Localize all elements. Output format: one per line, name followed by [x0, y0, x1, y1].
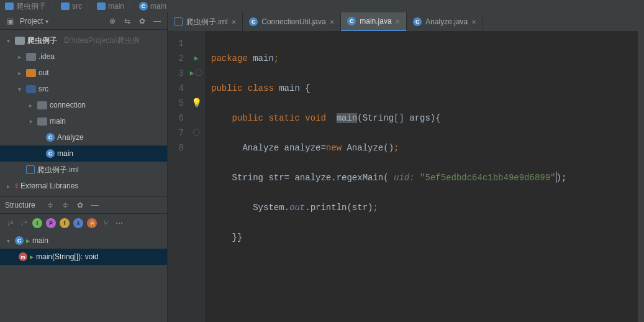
chevron-down-icon: ▾ [4, 237, 12, 244]
filter-field-icon[interactable]: f [60, 218, 70, 228]
project-panel-header: ▣ Project ⊕ ⇆ ✿ — [0, 12, 167, 30]
package-icon [37, 117, 47, 126]
tree-main-pkg[interactable]: ▾main [0, 113, 167, 129]
tree-main-class[interactable]: Cmain [0, 145, 167, 162]
chevron-down-icon: ▾ [4, 37, 12, 44]
minimize-icon[interactable]: — [152, 16, 162, 26]
breadcrumb-item[interactable]: src [61, 2, 82, 11]
class-icon: C [15, 236, 24, 245]
chevron-right-icon: ▸ [15, 70, 24, 76]
tree-external-libraries[interactable]: ▸⫴External Libraries [0, 178, 167, 194]
tree-connection[interactable]: ▸connection [0, 97, 167, 113]
class-icon: C [413, 17, 422, 26]
block-end-icon: ⎔ [193, 126, 200, 140]
chevron-right-icon: ▸ [26, 102, 35, 109]
chevron-right-icon: 〉 [128, 1, 135, 12]
tab-connectionutil[interactable]: CConnectionUtil.java× [243, 12, 341, 31]
square-icon[interactable]: ▣ [5, 16, 15, 26]
module-icon [174, 17, 183, 26]
line-gutter: 12345678 [168, 31, 188, 322]
structure-tree: ▾C▸main m▸main(String[]): void [0, 232, 167, 265]
breadcrumb-item[interactable]: main [97, 2, 124, 11]
filter-lock-icon[interactable]: 🔒 [87, 218, 97, 228]
chevron-down-icon: ▾ [15, 86, 24, 93]
method-icon: m [19, 252, 27, 261]
more-icon[interactable]: ⋯ [114, 218, 124, 228]
lightbulb-icon[interactable]: 💡 [191, 96, 202, 111]
tree-iml[interactable]: 爬虫例子.iml [0, 162, 167, 178]
structure-toolbar: ↓ª ↓ᵃ I P f λ 🔒 ⑂ ⋯ [0, 214, 167, 232]
chevron-down-icon: ▾ [26, 118, 35, 125]
expand-icon[interactable]: ≑ [45, 200, 55, 210]
chevron-right-icon: ▸ [4, 183, 12, 190]
package-icon [37, 101, 47, 109]
folder-icon [61, 2, 70, 10]
library-icon: ⫴ [15, 182, 18, 190]
code-area[interactable]: 12345678 ▶ ▶⎔ 💡 ⎔ package main; public c… [168, 31, 644, 322]
chevron-right-icon: ▸ [15, 53, 24, 60]
breadcrumb-item[interactable]: 爬虫例子 [5, 1, 46, 12]
runnable-icon: ▸ [26, 236, 30, 245]
collapse-icon[interactable]: ≑ [60, 200, 70, 210]
breadcrumb: 爬虫例子 〉 src 〉 main 〉 Cmain [0, 0, 644, 12]
filter-property-icon[interactable]: P [46, 218, 56, 228]
tree-analyze[interactable]: CAnalyze [0, 129, 167, 145]
gutter-icons: ▶ ▶⎔ 💡 ⎔ [188, 31, 205, 322]
tab-iml[interactable]: 爬虫例子.iml× [168, 12, 243, 31]
class-icon: C [46, 133, 55, 142]
target-icon[interactable]: ⊕ [107, 16, 117, 26]
folder-icon [26, 85, 36, 93]
tree-idea[interactable]: ▸.idea [0, 48, 167, 65]
close-icon[interactable]: × [396, 17, 401, 26]
scrollbar[interactable] [638, 31, 644, 322]
tab-main[interactable]: Cmain.java× [341, 12, 407, 31]
sidebar: ▣ Project ⊕ ⇆ ✿ — ▾爬虫例子 D:\IdeaProjects\… [0, 12, 168, 322]
tab-analyze[interactable]: CAnalyze.java× [407, 12, 483, 31]
chevron-down-icon [45, 17, 48, 25]
collapse-icon[interactable]: ⇆ [122, 16, 132, 26]
close-icon[interactable]: × [471, 17, 476, 27]
run-icon[interactable]: ▶ [190, 66, 194, 81]
gear-icon[interactable]: ✿ [75, 200, 85, 210]
run-icon[interactable]: ▶ [194, 51, 199, 66]
runnable-icon: ▸ [30, 252, 34, 261]
editor-area: 爬虫例子.iml× CConnectionUtil.java× Cmain.ja… [168, 12, 644, 322]
panel-title[interactable]: Project [20, 17, 48, 25]
tree-project-root[interactable]: ▾爬虫例子 D:\IdeaProjects\爬虫例 [0, 32, 167, 48]
module-icon [26, 165, 35, 174]
project-tree: ▾爬虫例子 D:\IdeaProjects\爬虫例 ▸.idea ▸out ▾s… [0, 30, 167, 196]
code-text[interactable]: package main; public class main { public… [205, 31, 644, 322]
minimize-icon[interactable]: — [90, 200, 100, 210]
filter-method-icon[interactable]: λ [73, 218, 83, 228]
structure-method[interactable]: m▸main(String[]): void [0, 249, 167, 265]
tree-src[interactable]: ▾src [0, 81, 167, 97]
structure-panel-header: Structure ≑ ≑ ✿ — [0, 196, 167, 214]
class-icon: C [347, 17, 356, 25]
gear-icon[interactable]: ✿ [137, 16, 147, 26]
close-icon[interactable]: × [232, 17, 237, 27]
sort-icon[interactable]: ↓ª [5, 218, 15, 228]
override-icon: ⎔ [195, 66, 202, 81]
folder-icon [97, 2, 106, 10]
folder-icon [15, 37, 25, 45]
class-icon: C [46, 149, 55, 158]
filter-class-icon[interactable]: I [32, 218, 42, 228]
folder-icon [26, 53, 36, 61]
structure-class[interactable]: ▾C▸main [0, 232, 167, 249]
chevron-right-icon: 〉 [50, 1, 57, 12]
class-icon: C [249, 17, 258, 26]
breadcrumb-item[interactable]: Cmain [139, 2, 166, 11]
folder-icon [26, 69, 36, 77]
class-icon: C [139, 2, 148, 11]
tree-out[interactable]: ▸out [0, 65, 167, 81]
folder-icon [5, 2, 14, 10]
sort-icon[interactable]: ↓ᵃ [19, 218, 29, 228]
editor-tabs: 爬虫例子.iml× CConnectionUtil.java× Cmain.ja… [168, 12, 644, 31]
close-icon[interactable]: × [330, 17, 335, 27]
chevron-right-icon: 〉 [86, 1, 93, 12]
panel-title[interactable]: Structure [5, 201, 35, 209]
graph-icon[interactable]: ⑂ [101, 218, 111, 228]
